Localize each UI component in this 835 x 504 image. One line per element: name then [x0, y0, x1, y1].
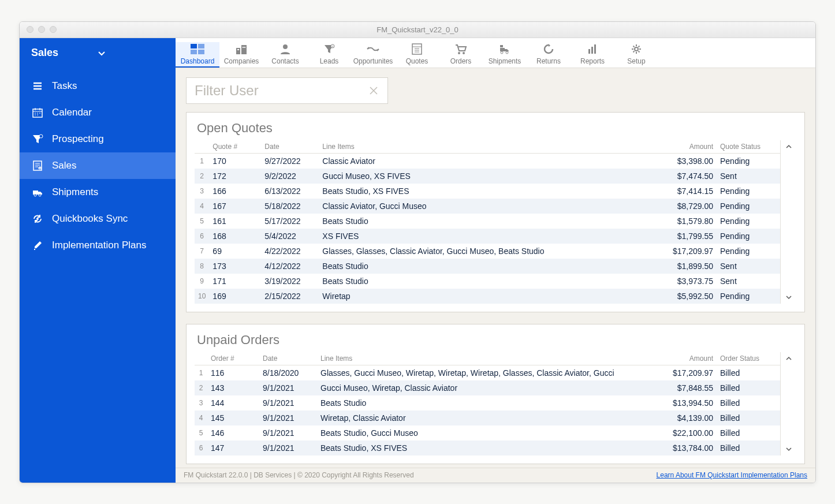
toolbar-setup[interactable]: Setup — [614, 42, 658, 68]
scroll-up-icon[interactable] — [785, 354, 793, 363]
sidebar: Sales TasksCalendarProspecting$SalesShip… — [20, 38, 176, 483]
svg-rect-28 — [588, 49, 590, 54]
footer: FM Quickstart 22.0.0 | DB Services | © 2… — [176, 468, 815, 483]
toolbar-icon — [263, 42, 307, 56]
table-row[interactable]: 11168/18/2020Glasses, Gucci Museo, Wiret… — [195, 365, 780, 380]
sidebar-item-prospecting[interactable]: Prospecting — [20, 126, 176, 152]
toolbar-label: Opportunites — [351, 57, 395, 65]
svg-rect-21 — [412, 44, 422, 54]
toolbar-icon — [351, 42, 395, 56]
table-row[interactable]: 11709/27/2022Classic Aviator$3,398.00Pen… — [195, 153, 780, 169]
quotes-scrollbar[interactable] — [780, 140, 796, 304]
toolbar-companies[interactable]: Companies — [219, 42, 263, 68]
toolbar-icon — [176, 42, 219, 56]
orders-scrollbar[interactable] — [780, 352, 796, 456]
col-line-items: Line Items — [319, 140, 653, 154]
footer-link[interactable]: Learn About FM Quickstart Implementation… — [657, 471, 807, 479]
table-row[interactable]: 51615/17/2022Beats Studio$1,579.80Pendin… — [195, 214, 780, 229]
svg-rect-29 — [591, 47, 593, 54]
sync-icon — [31, 212, 44, 225]
col-date: Date — [261, 140, 319, 154]
panel-title: Open Quotes — [197, 121, 794, 136]
svg-rect-15 — [237, 49, 239, 50]
shipment-icon — [31, 186, 44, 199]
svg-rect-17 — [244, 47, 245, 48]
table-row[interactable]: 7694/22/2022Glasses, Glasses, Classic Av… — [195, 244, 780, 259]
toolbar-icon — [395, 42, 439, 56]
table-row[interactable]: 31449/1/2021Beats Studio$13,994.50Billed — [195, 395, 780, 410]
sidebar-item-calendar[interactable]: Calendar — [20, 99, 176, 126]
table-row[interactable]: 61685/4/2022XS FIVES$1,799.55Pending — [195, 229, 780, 244]
main-area: DashboardCompaniesContacts$LeadsOpportun… — [176, 38, 815, 483]
svg-rect-9 — [191, 44, 197, 48]
toolbar-returns[interactable]: Returns — [527, 42, 571, 68]
sidebar-item-label: Implementation Plans — [52, 240, 146, 251]
sidebar-item-shipments[interactable]: Shipments — [20, 179, 176, 206]
scroll-down-icon[interactable] — [785, 445, 793, 453]
toolbar-orders[interactable]: Orders — [439, 42, 483, 68]
toolbar-reports[interactable]: Reports — [571, 42, 614, 68]
scroll-down-icon[interactable] — [785, 293, 793, 301]
sidebar-item-label: Shipments — [52, 186, 98, 198]
toolbar-label: Leads — [307, 57, 351, 65]
svg-point-25 — [501, 51, 503, 54]
table-row[interactable]: 101692/15/2022Wiretap$5,992.50Pending — [195, 289, 780, 304]
table-row[interactable]: 51469/1/2021Beats Studio, Gucci Museo$22… — [195, 425, 780, 440]
table-row[interactable]: 61479/1/2021Beats Studio, XS FIVES$13,78… — [195, 440, 780, 456]
scroll-up-icon[interactable] — [785, 143, 793, 151]
toolbar-label: Returns — [527, 57, 571, 65]
table-row[interactable]: 91713/19/2022Beats Studio$3,973.75Sent — [195, 274, 780, 289]
table-row[interactable]: 31666/13/2022Beats Studio, XS FIVES$7,41… — [195, 184, 780, 199]
toolbar-leads[interactable]: $Leads — [307, 42, 351, 68]
toolbar-dashboard[interactable]: Dashboard — [176, 42, 219, 68]
sidebar-item-sales[interactable]: $Sales — [20, 152, 176, 179]
svg-rect-16 — [243, 47, 244, 48]
sidebar-module-selector[interactable]: Sales — [20, 38, 176, 68]
table-row[interactable]: 41675/18/2022Classic Aviator, Gucci Muse… — [195, 199, 780, 214]
svg-rect-11 — [191, 50, 197, 54]
toolbar-icon — [614, 42, 658, 56]
toolbar-shipments[interactable]: Shipments — [483, 42, 527, 68]
top-toolbar: DashboardCompaniesContacts$LeadsOpportun… — [176, 38, 815, 68]
window-title: FM_Quickstart_v22_0_0 — [20, 25, 815, 34]
sidebar-item-quickbooks-sync[interactable]: Quickbooks Sync — [20, 206, 176, 232]
quotes-table: Quote # Date Line Items Amount Quote Sta… — [195, 140, 780, 304]
toolbar-label: Contacts — [263, 57, 307, 65]
close-icon[interactable] — [368, 85, 379, 96]
svg-rect-27 — [500, 45, 503, 47]
footer-text: FM Quickstart 22.0.0 | DB Services | © 2… — [184, 471, 414, 479]
svg-rect-24 — [500, 48, 505, 51]
table-row[interactable]: 21729/2/2022Gucci Museo, XS FIVES$7,474.… — [195, 169, 780, 184]
sidebar-item-label: Calendar — [52, 107, 92, 118]
svg-point-26 — [506, 51, 508, 54]
invoice-icon: $ — [31, 159, 44, 172]
svg-point-23 — [463, 52, 465, 54]
svg-point-1 — [39, 135, 43, 138]
svg-rect-10 — [198, 44, 204, 48]
open-quotes-panel: Open Quotes Quote # Date Line Items Amou… — [186, 112, 805, 312]
panel-title: Unpaid Orders — [197, 333, 794, 348]
unpaid-orders-panel: Unpaid Orders Order # Date Line Items Am… — [186, 324, 805, 464]
toolbar-quotes[interactable]: Quotes — [395, 42, 439, 68]
app-window: FM_Quickstart_v22_0_0 Sales TasksCalenda… — [19, 21, 816, 483]
toolbar-icon — [483, 42, 527, 56]
toolbar-contacts[interactable]: Contacts — [263, 42, 307, 68]
table-row[interactable]: 81734/12/2022Beats Studio$1,899.50Sent — [195, 259, 780, 274]
chevron-down-icon — [97, 48, 106, 58]
svg-point-22 — [458, 52, 460, 54]
col-quote-id: Quote # — [209, 140, 261, 154]
list-icon — [31, 80, 44, 92]
toolbar-label: Reports — [571, 57, 614, 65]
sidebar-item-tasks[interactable]: Tasks — [20, 73, 176, 99]
svg-point-31 — [635, 47, 638, 51]
sidebar-item-implementation-plans[interactable]: Implementation Plans — [20, 232, 176, 259]
toolbar-opportunites[interactable]: Opportunites — [351, 42, 395, 68]
toolbar-icon — [219, 42, 263, 56]
filter-user-box[interactable]: Filter User — [186, 77, 388, 104]
svg-rect-12 — [198, 50, 204, 54]
table-row[interactable]: 41459/1/2021Wiretap, Classic Aviator$4,1… — [195, 410, 780, 425]
titlebar: FM_Quickstart_v22_0_0 — [20, 22, 815, 38]
sidebar-item-label: Tasks — [52, 80, 77, 92]
table-row[interactable]: 21439/1/2021Gucci Museo, Wiretap, Classi… — [195, 380, 780, 395]
col-status: Order Status — [717, 352, 780, 365]
